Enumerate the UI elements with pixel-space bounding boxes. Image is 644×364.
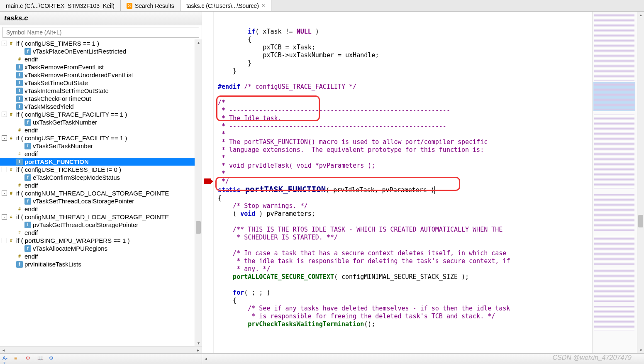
bookmark-icon[interactable] (204, 178, 211, 184)
gutter (202, 12, 214, 364)
symbol-item-4[interactable]: fvTaskRemoveFromUnorderedEventList (0, 71, 195, 79)
symbol-item-1[interactable]: fvTaskPlaceOnEventListRestricted (0, 47, 195, 55)
close-icon[interactable]: ✕ (261, 3, 265, 8)
collapse-icon[interactable]: - (2, 191, 7, 196)
spacer (10, 64, 15, 70)
tab-tasks-c[interactable]: tasks.c (C:\Users\...\Source)✕ (181, 0, 271, 11)
scroll-thumb[interactable] (638, 215, 643, 227)
scroll-thumb[interactable] (196, 221, 201, 234)
symbol-label: vTaskSetTaskNumber (33, 142, 93, 149)
symbol-item-11[interactable]: #endif (0, 126, 195, 134)
collapse-icon[interactable]: - (2, 167, 7, 172)
symbol-item-22[interactable]: -#if ( configNUM_THREAD_LOCAL_STORAGE_PO… (0, 213, 195, 221)
scroll-down-icon[interactable]: ▾ (637, 348, 644, 352)
function-icon: f (16, 159, 23, 165)
scroll-right-icon[interactable]: ▸ (195, 348, 202, 352)
symbol-label: if ( configUSE_TICKLESS_IDLE != 0 ) (16, 166, 121, 173)
preprocessor-icon: # (16, 56, 23, 63)
collapse-icon[interactable]: - (2, 41, 7, 46)
code-editor[interactable]: if( xTask != NULL ) { pxTCB = xTask; pxT… (202, 12, 644, 364)
symbol-item-5[interactable]: fvTaskSetTimeOutState (0, 79, 195, 87)
symbol-item-15[interactable]: fportTASK_FUNCTION (0, 158, 195, 166)
tab-main-c[interactable]: main.c (C:\...\CORTEX_STM32F103_Keil) (0, 0, 121, 11)
editor-scrollbar[interactable]: ▴ ▾ (637, 12, 644, 364)
tab-search-results[interactable]: SSearch Results (121, 0, 181, 11)
function-icon: f (24, 143, 31, 149)
function-icon: f (24, 222, 31, 228)
spacer (18, 246, 24, 251)
symbol-item-3[interactable]: fxTaskRemoveFromEventList (0, 63, 195, 71)
symbol-item-6[interactable]: fvTaskInternalSetTimeOutState (0, 87, 195, 95)
scroll-up-icon[interactable]: ▴ (195, 40, 202, 45)
symbol-item-7[interactable]: fxTaskCheckForTimeOut (0, 95, 195, 103)
symbol-item-16[interactable]: -#if ( configUSE_TICKLESS_IDLE != 0 ) (0, 166, 195, 173)
scroll-down-icon[interactable]: ▾ (195, 341, 202, 345)
scroll-up-icon[interactable]: ▴ (637, 12, 644, 17)
scroll-left-icon[interactable]: ◂ (205, 356, 207, 362)
symbol-item-26[interactable]: fvTaskAllocateMPURegions (0, 244, 195, 252)
spacer (10, 206, 15, 212)
editor-footer: ◂ (202, 353, 644, 364)
symbol-item-12[interactable]: -#if ( configUSE_TRACE_FACILITY == 1 ) (0, 134, 195, 142)
symbol-label: if ( configUSE_TIMERS == 1 ) (16, 40, 99, 47)
symbol-item-25[interactable]: -#if ( portUSING_MPU_WRAPPERS == 1 ) (0, 237, 195, 244)
spacer (10, 88, 15, 93)
collapse-icon[interactable]: - (2, 112, 7, 117)
preprocessor-icon: # (16, 151, 23, 157)
collapse-icon[interactable]: - (2, 238, 7, 243)
symbol-item-24[interactable]: #endif (0, 229, 195, 237)
symbol-item-19[interactable]: -#if ( configNUM_THREAD_LOCAL_STORAGE_PO… (0, 189, 195, 197)
symbol-item-0[interactable]: -#if ( configUSE_TIMERS == 1 ) (0, 39, 195, 47)
symbol-item-27[interactable]: #endif (0, 252, 195, 260)
symbol-item-28[interactable]: fprvInitialiseTaskLists (0, 260, 195, 268)
symbol-item-21[interactable]: #endif (0, 205, 195, 213)
symbol-item-23[interactable]: fpvTaskGetThreadLocalStoragePointer (0, 221, 195, 229)
code-area[interactable]: if( xTask != NULL ) { pxTCB = xTask; pxT… (214, 12, 592, 364)
function-icon: f (16, 72, 23, 78)
preprocessor-icon: # (8, 237, 15, 244)
spacer (10, 104, 15, 109)
symbol-label: endif (24, 205, 38, 213)
preprocessor-icon: # (8, 214, 15, 220)
symbol-label: vTaskSetThreadLocalStoragePointer (33, 198, 134, 205)
symbol-item-10[interactable]: fuxTaskGetTaskNumber (0, 118, 195, 126)
symbol-item-14[interactable]: #endif (0, 150, 195, 158)
symbol-item-17[interactable]: feTaskConfirmSleepModeStatus (0, 173, 195, 181)
settings-button[interactable]: ⚙ (49, 355, 56, 363)
function-icon: f (16, 103, 23, 110)
filter-button[interactable]: ⚙ (26, 355, 33, 363)
spacer (10, 159, 15, 164)
tree-hscroll[interactable]: ◂ ▸ (0, 346, 202, 353)
scroll-left-icon[interactable]: ◂ (0, 348, 7, 352)
symbol-label: if ( portUSING_MPU_WRAPPERS == 1 ) (16, 237, 129, 244)
spacer (10, 261, 15, 267)
symbol-label: endif (24, 150, 38, 157)
symbol-tree[interactable]: -#if ( configUSE_TIMERS == 1 )fvTaskPlac… (0, 39, 195, 346)
symbol-label: if ( configNUM_THREAD_LOCAL_STORAGE_POIN… (16, 213, 169, 220)
symbol-label: endif (24, 127, 38, 134)
minimap[interactable] (592, 12, 637, 364)
symbol-item-9[interactable]: -#if ( configUSE_TRACE_FACILITY == 1 ) (0, 110, 195, 118)
spacer (18, 198, 24, 204)
tree-scrollbar[interactable]: ▴ ▾ (195, 39, 202, 346)
preprocessor-icon: # (8, 111, 15, 118)
symbol-label: pvTaskGetThreadLocalStoragePointer (33, 221, 138, 228)
list-view-button[interactable]: ≡ (14, 355, 22, 363)
symbol-item-13[interactable]: fvTaskSetTaskNumber (0, 142, 195, 150)
symbol-item-18[interactable]: #endif (0, 181, 195, 189)
symbol-item-20[interactable]: fvTaskSetThreadLocalStoragePointer (0, 197, 195, 205)
preprocessor-icon: # (16, 230, 23, 236)
collapse-icon[interactable]: - (2, 135, 7, 141)
symbol-item-8[interactable]: fvTaskMissedYield (0, 103, 195, 110)
function-icon: f (24, 119, 31, 126)
sort-az-button[interactable]: A-Z (2, 355, 10, 363)
function-icon: f (16, 88, 23, 94)
symbol-label: vTaskMissedYield (24, 103, 74, 110)
symbol-item-2[interactable]: #endif (0, 55, 195, 63)
book-button[interactable]: 📖 (37, 355, 45, 363)
symbol-search-input[interactable] (2, 27, 199, 38)
collapse-icon[interactable]: - (2, 214, 7, 220)
symbol-label: endif (24, 229, 38, 236)
function-icon: f (16, 261, 23, 268)
spacer (10, 56, 15, 62)
